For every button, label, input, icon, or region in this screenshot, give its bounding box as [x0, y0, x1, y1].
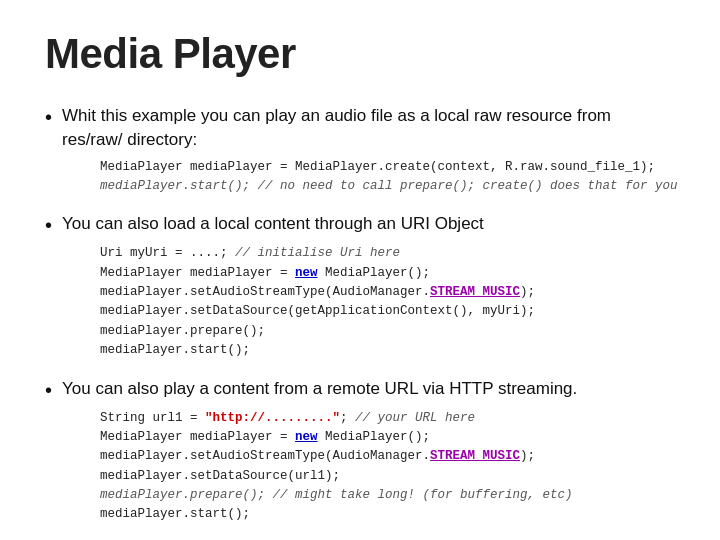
code-line-2-4: mediaPlayer.setDataSource(getApplication… [100, 302, 675, 321]
code-line-3-2: MediaPlayer mediaPlayer = new MediaPlaye… [100, 428, 675, 447]
code-line-2-1: Uri myUri = ....; // initialise Uri here [100, 244, 675, 263]
bullet-text-1: • Whit this example you can play an audi… [45, 104, 675, 152]
code-line-2-6: mediaPlayer.start(); [100, 341, 675, 360]
bullet-content-3: You can also play a content from a remot… [62, 377, 675, 401]
code-block-1: MediaPlayer mediaPlayer = MediaPlayer.cr… [100, 158, 675, 197]
bullet-section-1: • Whit this example you can play an audi… [45, 104, 675, 196]
code-line-3-1: String url1 = "http://........."; // you… [100, 409, 675, 428]
code-line-3-6: mediaPlayer.start(); [100, 505, 675, 524]
code-block-2: Uri myUri = ....; // initialise Uri here… [100, 244, 675, 360]
code-line-2-2: MediaPlayer mediaPlayer = new MediaPlaye… [100, 264, 675, 283]
bullet-section-2: • You can also load a local content thro… [45, 212, 675, 360]
code-line-3-4: mediaPlayer.setDataSource(url1); [100, 467, 675, 486]
bullet-dot-3: • [45, 377, 52, 403]
content-area: • Whit this example you can play an audi… [45, 104, 675, 525]
bullet-dot-2: • [45, 212, 52, 238]
code-line-2-5: mediaPlayer.prepare(); [100, 322, 675, 341]
page-title: Media Player [45, 30, 675, 78]
bullet-text-3: • You can also play a content from a rem… [45, 377, 675, 403]
code-line-1-1: MediaPlayer mediaPlayer = MediaPlayer.cr… [100, 158, 675, 177]
bullet-dot-1: • [45, 104, 52, 130]
code-line-3-3: mediaPlayer.setAudioStreamType(AudioMana… [100, 447, 675, 466]
bullet-content-2: You can also load a local content throug… [62, 212, 675, 236]
bullet-section-3: • You can also play a content from a rem… [45, 377, 675, 525]
code-block-3: String url1 = "http://........."; // you… [100, 409, 675, 525]
code-line-1-2: mediaPlayer.start(); // no need to call … [100, 177, 675, 196]
bullet-text-2: • You can also load a local content thro… [45, 212, 675, 238]
code-line-3-5: mediaPlayer.prepare(); // might take lon… [100, 486, 675, 505]
page: Media Player • Whit this example you can… [0, 0, 720, 540]
bullet-content-1: Whit this example you can play an audio … [62, 104, 675, 152]
code-line-2-3: mediaPlayer.setAudioStreamType(AudioMana… [100, 283, 675, 302]
